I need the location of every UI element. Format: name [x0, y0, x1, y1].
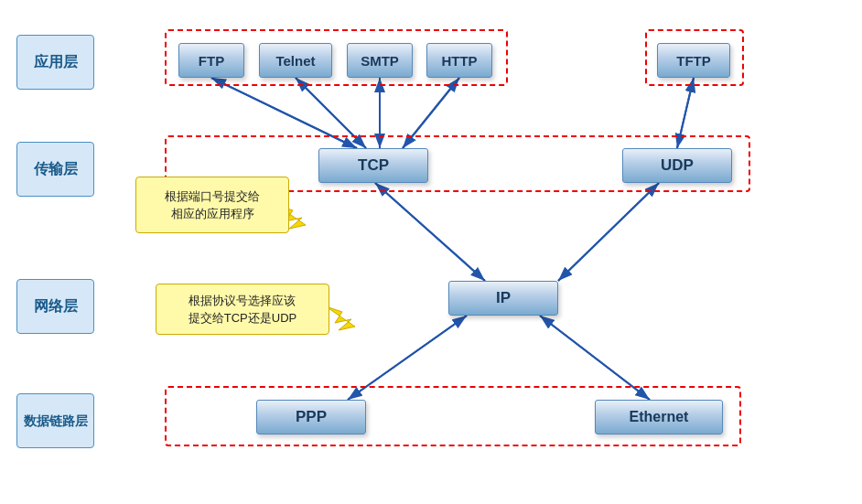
tftp-box: TFTP	[657, 43, 730, 78]
udp-box: UDP	[622, 148, 732, 183]
svg-line-15	[558, 183, 659, 281]
telnet-box: Telnet	[259, 43, 332, 78]
ppp-box: PPP	[256, 400, 366, 434]
svg-line-16	[558, 183, 659, 281]
diagram-container: 应用层 传输层 网络层 数据链路层 FTP Telnet SMTP HTTP T…	[0, 0, 862, 504]
app-layer-label: 应用层	[16, 35, 94, 90]
svg-marker-22	[326, 306, 355, 330]
svg-line-13	[375, 183, 485, 281]
tcp-box: TCP	[318, 148, 428, 183]
svg-line-14	[375, 183, 485, 281]
network-layer-label: 网络层	[16, 279, 94, 334]
ftp-box: FTP	[178, 43, 244, 78]
transport-layer-label: 传输层	[16, 142, 94, 197]
http-box: HTTP	[426, 43, 492, 78]
smtp-box: SMTP	[347, 43, 413, 78]
ip-box: IP	[448, 281, 558, 316]
ethernet-box: Ethernet	[595, 400, 723, 434]
callout-protocol: 根据协议号选择应该提交给TCP还是UDP	[156, 284, 329, 335]
datalink-layer-label: 数据链路层	[16, 393, 94, 448]
callout-port: 根据端口号提交给相应的应用程序	[135, 177, 289, 233]
